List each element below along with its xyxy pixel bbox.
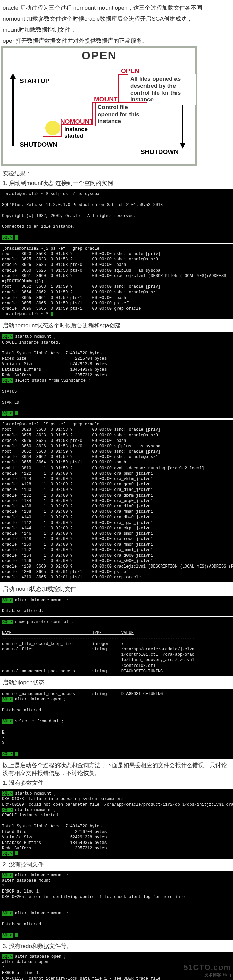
terminal-line: oracle 3695 3665 0 01:59 pts/1 00:00:00 … (0, 301, 233, 306)
terminal-line: SQL> alter database mount ; (0, 873, 233, 878)
terminal-line: Total System Global Area 714014720 bytes (0, 824, 233, 829)
terminal-9: SQL> alter database mount ;alter databas… (0, 870, 233, 940)
terminal-line: Redo Buffers 2957312 bytes (0, 846, 233, 851)
terminal-line: root 3662 3568 1 01:59 ? 00:00:00 sshd: … (0, 284, 233, 290)
terminal-line: SQL> alter database mount ; (0, 598, 233, 603)
terminal-line: ORA-01157: cannot identify/lock data fil… (0, 976, 233, 980)
terminal-line: root 3662 3568 0 01:59 ? 00:00:00 sshd: … (0, 449, 233, 454)
terminal-line: Database altered. (0, 608, 233, 614)
terminal-line: oracle 3664 3662 0 01:59 ? 00:00:00 sshd… (0, 454, 233, 460)
callout-mount: Control file opened for this instance (95, 102, 147, 126)
terminal-line: oracle 4140 1 0 02:00 ? 00:00:00 ora_dbw… (0, 514, 233, 520)
section-1-title: 1. 启动到mount状态 连接到一个空闲的实例 (0, 179, 233, 188)
terminal-line: control_management_pack_access string DI… (0, 668, 233, 674)
terminal-line: oracle 4209 3665 0 02:01 pts/1 00:00:00 … (0, 569, 233, 574)
terminal-line: X (0, 740, 233, 746)
terminal-line: SQL> alter database open ; (0, 697, 233, 702)
terminal-line: oracle 4136 1 0 02:00 ? 00:00:00 ora_dia… (0, 504, 233, 509)
intro-p4: open打开数据库数据文件并对外提供数据库的正常服务。 (3, 35, 230, 46)
terminal-line (0, 724, 233, 729)
intro: oracle 启动过程为三个过程 nomount mount open，这三个过… (0, 0, 233, 46)
terminal-8: SQL> startup nomount ;ORA-01078: failure… (0, 789, 233, 858)
terminal-line: [oracle@oracle2 ~]$ ps -ef | grep oracle (0, 246, 233, 251)
terminal-line: alter database mount (0, 878, 233, 883)
terminal-line: control_file_record_keep_time integer 7 (0, 641, 233, 647)
terminal-line: oracle 4122 1 0 02:00 ? 00:00:00 ora_pmo… (0, 471, 233, 476)
terminal-line: oracle 4124 1 0 02:00 ? 00:00:00 ora_vkt… (0, 476, 233, 482)
terminal-line: Variable Size 524291328 bytes (0, 835, 233, 840)
section-4-title: 启动到open状态 (0, 677, 233, 688)
intro-p1: oracle 启动过程为三个过程 nomount mount open，这三个过… (3, 3, 230, 14)
terminal-line (0, 746, 233, 751)
step-line (43, 136, 62, 137)
arrow-right-head-icon (180, 143, 185, 149)
step-line (118, 74, 119, 103)
intro-p3: mount时加载数据控制文件， (3, 25, 230, 35)
terminal-line (0, 345, 233, 351)
section-5-1: 1. 没有参数文件 (0, 778, 233, 788)
terminal-4: [oracle@oracle2 ~]$ ps -ef | grep oracle… (0, 420, 233, 582)
terminal-line: oracle 4142 1 0 02:00 ? 00:00:00 ora_lgw… (0, 520, 233, 526)
terminal-line: evahi 3810 1 0 01:59 ? 00:00:00 avahi-da… (0, 466, 233, 471)
terminal-line: Connected to an idle instance. (0, 224, 233, 229)
section-5-title: 以上是启动各个过程的状态和查询方法，下面是如果丢相应的文件会报什么错误，只讨论没… (0, 760, 233, 778)
terminal-line: Fixed Size 2216704 bytes (0, 829, 233, 835)
terminal-line: oracle 3626 3625 0 01:58 pts/0 00:00:00 … (0, 262, 233, 267)
terminal-line: [oracle@oracle2 ~]$ (0, 312, 233, 317)
section-5-3: 3. 没有redo和数据文件等。 (0, 942, 233, 951)
terminal-line: oracle 4144 1 0 02:00 ? 00:00:00 ora_ckp… (0, 526, 233, 531)
terminal-line: oracle 4150 1 0 02:00 ? 00:00:00 ora_mmo… (0, 542, 233, 547)
terminal-line: alter database open (0, 959, 233, 965)
terminal-line (0, 406, 233, 411)
terminal-line: SQL> select status from v$instance ; (0, 378, 233, 383)
callout-open: All files opened as described by the con… (128, 74, 196, 105)
terminal-line: control_files string /ora/app/oracle/ora… (0, 647, 233, 652)
terminal-line: SQL> (0, 235, 233, 240)
terminal-line (0, 900, 233, 905)
terminal-line: SQL> (0, 933, 233, 938)
terminal-line: oracle 4148 1 0 02:00 ? 00:00:00 ora_rec… (0, 536, 233, 542)
terminal-line: oracle 3626 3625 0 01:58 pts/0 00:00:00 … (0, 438, 233, 444)
terminal-line: ERROR at line 1: (0, 970, 233, 975)
terminal-line: SQL> (0, 751, 233, 757)
terminal-line (0, 927, 233, 932)
terminal-line: ------------ (0, 394, 233, 399)
terminal-line: oracle 4210 3665 0 02:01 pts/1 00:00:00 … (0, 574, 233, 580)
terminal-line: SQL> startup nomount ; (0, 807, 233, 813)
terminal-line: SQL> startup nomount ; (0, 334, 233, 339)
terminal-line (0, 219, 233, 224)
terminal-line: oracle 4146 1 0 02:00 ? 00:00:00 ora_smo… (0, 531, 233, 536)
terminal-3: SQL> startup nomount ;ORACLE instance st… (0, 332, 233, 418)
intro-p2: nomount 加载参数文件这个时候oracle数据库后台进程开启SGA创建成功… (3, 14, 230, 24)
terminal-line: oracle 3696 3665 0 01:59 pts/1 00:00:00 … (0, 306, 233, 312)
section-results: 实验结果： (0, 168, 233, 179)
terminal-line (0, 603, 233, 608)
terminal-line: oracle 3665 3664 0 01:59 pts/1 00:00:00 … (0, 295, 233, 301)
terminal-line: * (0, 965, 233, 970)
terminal-line: ERROR at line 1: (0, 889, 233, 894)
terminal-line: Database Buffers 184549376 bytes (0, 367, 233, 372)
tag-mount: MOUNT (94, 95, 118, 103)
terminal-line: [oracle@oracle2 ~]$ sqlplus / as sysdba (0, 191, 233, 197)
terminal-line: D (0, 729, 233, 735)
terminal-line: SQL> alter database open ; (0, 954, 233, 959)
highlight-dot-icon (45, 121, 60, 135)
arrow-left (12, 78, 14, 146)
terminal-line (0, 230, 233, 235)
terminal-line: =(PROTOCOL=beq))) (0, 279, 233, 284)
section-2-title: 启动nomount状态这个时候后台进程和sga创建 (0, 320, 233, 331)
terminal-1: [oracle@oracle2 ~]$ sqlplus / as sysdba … (0, 189, 233, 243)
terminal-line: control_management_pack_access string DI… (0, 691, 233, 697)
terminal-line: SQL> show parameter control ; (0, 619, 233, 625)
diagram-title: OPEN (3, 48, 195, 62)
terminal-line: oracle 3664 3662 0 01:59 ? 00:00:00 sshd… (0, 290, 233, 295)
terminal-line: oracle 3665 3664 0 01:59 pts/1 00:00:00 … (0, 460, 233, 465)
terminal-line (0, 197, 233, 202)
terminal-line: oracle 3660 3626 4 01:58 pts/0 00:00:00 … (0, 268, 233, 273)
terminal-line: * (0, 883, 233, 889)
terminal-line: ------------------------------------ ---… (0, 636, 233, 641)
terminal-line (0, 905, 233, 911)
terminal-line: [oracle@oracle2 ~]$ ps -ef | grep oracle (0, 422, 233, 427)
section-3-title: 启动mount状态加载控制文件 (0, 584, 233, 594)
terminal-line: root 3623 3568 0 01:58 ? 00:00:00 sshd: … (0, 427, 233, 433)
